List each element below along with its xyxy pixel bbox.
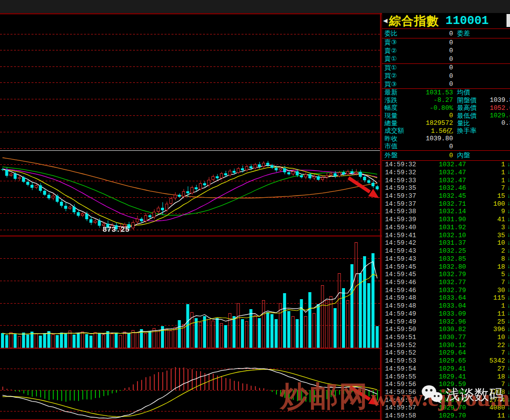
tick-price: 1033.09 [421,310,466,318]
kline-chart-canvas[interactable] [0,13,382,420]
tick-volume: 15 [466,192,505,200]
bid-level-row: 買③00 [382,80,510,88]
tick-time: 14:59:49 [385,318,421,326]
tick-volume: 10 [466,239,505,247]
time-sales-list[interactable]: 14:59:321032.471↓14:59:321032.471↓14:59:… [382,161,510,420]
time-sales-row[interactable]: 14:59:521030.1222↓ [382,341,510,349]
tick-volume: 7 [466,279,505,286]
tick-time: 14:59:46 [385,279,421,286]
quote-value: -0.80% [412,104,453,112]
weibi-value: 0 [412,30,453,37]
ask-level-row: 賣②00 [382,47,510,55]
kline-chart-area[interactable]: 873.25 [0,13,382,420]
time-sales-row[interactable]: 14:59:451032.795↓ [382,271,510,279]
time-sales-row[interactable]: 14:59:461032.7930↓ [382,286,510,294]
tick-time: 14:59:48 [385,302,421,310]
time-sales-row[interactable]: 14:59:431032.858↓ [382,255,510,263]
tick-price: 1032.25 [421,247,466,255]
tick-price: 1033.04 [421,302,466,310]
tick-time: 14:59:33 [385,177,421,184]
tick-price: 1030.12 [421,342,466,349]
tick-direction-icon: ↓ [505,240,510,247]
time-sales-row[interactable]: 14:59:381032.149↓ [382,208,510,216]
time-sales-row[interactable]: 14:59:421031.3710↓ [382,239,510,247]
tick-volume: 1 [466,177,505,184]
time-sales-row[interactable]: 14:59:321032.471↓ [382,161,510,169]
quote-value: 1031.53 [412,89,453,96]
tick-price: 1031.37 [421,239,466,247]
bid-level-label: 買① [384,63,412,72]
neipan-value: 0 [481,152,510,159]
time-sales-row[interactable]: 14:59:491033.0911↓ [382,310,510,318]
quote-label: 市值 [384,142,412,151]
time-sales-row[interactable]: 14:59:541029.4127↓ [382,365,510,373]
tick-price: 1029.41 [421,365,466,373]
tick-price: 1030.77 [421,334,466,341]
tick-direction-icon: ↓ [505,342,510,349]
tick-time: 14:59:56 [385,381,421,388]
tick-time: 14:59:43 [385,255,421,263]
tick-price: 1032.79 [421,271,466,278]
time-sales-row[interactable]: 14:59:411032.1035↓ [382,231,510,239]
tick-volume: 1 [466,169,505,176]
time-sales-row[interactable]: 14:59:461032.777↓ [382,279,510,287]
time-sales-row[interactable]: 14:59:481033.64115↓ [382,294,510,302]
time-sales-row[interactable]: 14:59:391031.9041↓ [382,216,510,224]
quote-detail-row: 現量0最低價1029.41 [382,112,510,119]
tick-time: 14:59:37 [385,200,421,208]
quote-value: -8.27 [412,96,453,104]
tick-direction-icon: ↓ [505,303,510,310]
time-sales-row[interactable]: 14:59:491032.9625↓ [382,318,510,326]
tick-price: 1033.64 [421,294,466,302]
weicha-value: 0 [481,30,510,37]
time-sales-row[interactable]: 14:59:431032.252↓ [382,247,510,255]
tick-price: 1032.80 [421,263,466,271]
tick-time: 14:59:58 [385,412,421,420]
time-sales-row[interactable]: 14:59:571029.704080↓ [382,404,510,412]
time-sales-row[interactable]: 14:59:561029.597↓ [382,381,510,389]
tick-volume: 4080 [466,404,505,412]
bid-level-label: 買③ [384,80,412,89]
time-sales-row[interactable]: 14:59:561029.692708↓ [382,389,510,397]
tick-volume: 1 [466,161,505,168]
tick-time: 14:59:51 [385,334,421,341]
tick-time: 14:59:43 [385,247,421,255]
time-sales-row[interactable]: 14:59:531029.655342↓ [382,357,510,365]
quote-value: 1052.07 [481,104,510,112]
time-sales-row[interactable]: 14:59:551029.4118↓ [382,373,510,381]
time-sales-row[interactable]: 14:59:401031.923↓ [382,224,510,232]
time-sales-row[interactable]: 14:59:481033.041↓ [382,302,510,310]
tick-volume: 27 [466,365,505,373]
bid-level-row: 買②00 [382,72,510,80]
time-sales-row[interactable]: 14:59:451032.8018↓ [382,263,510,271]
tick-time: 14:59:57 [385,404,421,412]
time-sales-row[interactable]: 14:59:331032.471↓ [382,176,510,184]
time-sales-row[interactable]: 14:59:511030.7710↓ [382,334,510,342]
panel-corner-button[interactable] [506,14,510,27]
time-sales-row[interactable]: 14:59:581029.7011↓ [382,412,510,420]
quote-value: 0 [412,143,453,150]
tick-direction-icon: ↓ [505,318,510,325]
tick-volume: 2 [466,247,505,255]
time-sales-row[interactable]: 14:59:521029.647↓ [382,349,510,357]
quote-detail-row: 最新1031.53均價0 [382,89,510,96]
time-sales-row[interactable]: 14:59:571029.692744↓ [382,396,510,404]
tick-price: 1031.90 [421,216,466,223]
tick-volume: 18 [466,373,505,381]
ask-level-price: 0 [412,55,453,63]
time-sales-row[interactable]: 14:59:371032.4515↓ [382,192,510,200]
tick-direction-icon: ↓ [505,200,510,207]
ask-level-volume: 0 [453,39,510,46]
time-sales-row[interactable]: 14:59:371032.71100↓ [382,200,510,208]
time-sales-row[interactable]: 14:59:321032.471↓ [382,169,510,177]
back-arrow-icon[interactable]: ◀ [383,16,388,25]
time-sales-row[interactable]: 14:59:501030.82396↓ [382,326,510,334]
tick-time: 14:59:37 [385,192,421,200]
index-name: 綜合指數 [389,13,439,29]
tick-direction-icon: ↓ [505,224,510,231]
tick-direction-icon: ↓ [505,295,510,302]
tick-volume: 11 [466,310,505,318]
time-sales-row[interactable]: 14:59:351032.467↓ [382,184,510,192]
quote-detail-row: 總量1829572量比0.37 [382,119,510,127]
neipan-label: 內盤 [457,151,481,160]
